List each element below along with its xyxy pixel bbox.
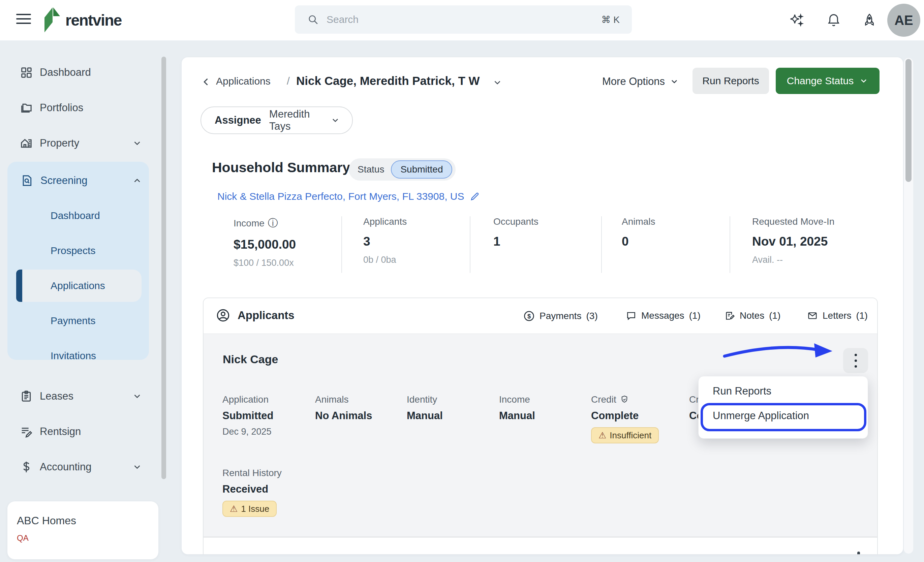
stat-occupants: Occupants 1: [494, 216, 538, 249]
sidebar-item-dashboard[interactable]: Dashboard: [0, 55, 158, 89]
chevron-down-icon: [859, 76, 868, 85]
sidebar-item-screening[interactable]: Screening: [8, 165, 149, 197]
tab-messages[interactable]: Messages (1): [626, 310, 700, 321]
more-options-button[interactable]: More Options: [602, 75, 679, 88]
main-content-card: Applications / Nick Cage, Meredith Patri…: [182, 57, 903, 554]
household-summary-title: Household Summary: [212, 160, 350, 175]
annotation-arrow: [709, 341, 837, 365]
tab-letters[interactable]: Letters (1): [807, 310, 868, 321]
applicant-kebab-menu-button[interactable]: [843, 348, 868, 373]
letters-envelope-icon: [807, 310, 818, 321]
stat-sub: Avail. --: [752, 255, 834, 265]
sidebar-item-screening-dashboard[interactable]: Dashboard: [8, 199, 149, 232]
tab-payments[interactable]: $ Payments (3): [524, 310, 598, 322]
sidebar-item-label: Rentsign: [40, 426, 81, 438]
divider: [601, 216, 602, 273]
property-house-icon: [20, 136, 33, 150]
organization-environment-tag: QA: [17, 534, 28, 543]
tab-label: Notes: [740, 310, 764, 321]
menu-item-run-reports[interactable]: Run Reports: [713, 385, 771, 397]
stat-label: Income: [234, 218, 264, 229]
notifications-bell-icon[interactable]: [826, 13, 841, 28]
sidebar-item-accounting[interactable]: Accounting: [0, 450, 158, 484]
chevron-down-icon: [670, 77, 679, 86]
stat-label: Requested Move-In: [752, 216, 834, 227]
sidebar-item-label: Applications: [51, 280, 105, 291]
sidebar-item-rentsign[interactable]: Rentsign: [0, 415, 158, 448]
breadcrumb-applications-link[interactable]: Applications: [216, 75, 271, 87]
top-header: rentvine Search ⌘ K AE: [0, 0, 924, 40]
sidebar-item-screening-applications[interactable]: Applications: [8, 270, 149, 302]
sidebar-item-portfolios[interactable]: Portfolios: [0, 91, 158, 125]
chevron-down-icon: [132, 138, 142, 148]
field-value: Received: [222, 483, 282, 495]
stat-value: 3: [363, 234, 407, 249]
address-text: Nick & Stella Pizza Perfecto, Fort Myers…: [218, 191, 464, 202]
folder-icon: [20, 101, 33, 115]
status-badge[interactable]: Submitted: [391, 160, 452, 178]
field-sub: Dec 9, 2025: [222, 427, 274, 437]
svg-text:$: $: [527, 313, 531, 320]
field-credit: Credit Complete ⚠ Insufficient: [591, 394, 659, 444]
organization-card[interactable]: [8, 501, 158, 559]
applicants-title: Applicants: [238, 309, 294, 322]
title-chevron-down-icon[interactable]: [492, 78, 502, 88]
change-status-button[interactable]: Change Status: [776, 68, 879, 94]
field-label: Credit: [591, 394, 616, 405]
stat-label: Animals: [622, 216, 656, 227]
sidebar-group-screening: Screening Dashboard Prospects Applicatio…: [8, 162, 149, 360]
status-group: Status Submitted: [349, 158, 456, 181]
field-value: Submitted: [222, 410, 274, 422]
assignee-dropdown[interactable]: Assignee Meredith Tays: [201, 106, 353, 134]
edit-pencil-icon[interactable]: [470, 191, 480, 202]
badge-label: Insufficient: [610, 430, 651, 441]
next-applicant-kebab-partial[interactable]: [857, 552, 860, 554]
stat-sub: 0b / 0ba: [363, 255, 407, 265]
applicants-title-group: Applicants: [216, 308, 294, 322]
field-income: Income Manual: [499, 394, 535, 422]
field-label: Rental History: [222, 468, 282, 478]
stat-label: Occupants: [494, 216, 538, 227]
stat-animals: Animals 0: [622, 216, 656, 249]
sidebar-item-label: Screening: [40, 175, 88, 187]
chevron-down-icon: [331, 115, 340, 125]
sparkles-icon[interactable]: [789, 13, 804, 28]
household-address-link[interactable]: Nick & Stella Pizza Perfecto, Fort Myers…: [218, 191, 480, 202]
sidebar-item-label: Leases: [40, 390, 74, 402]
rentvine-logo[interactable]: rentvine: [41, 5, 122, 36]
info-icon[interactable]: ⓘ: [268, 216, 278, 230]
field-rental-history: Rental History Received ⚠ 1 Issue: [222, 468, 282, 517]
rocket-icon[interactable]: [862, 13, 877, 28]
assignee-label: Assignee: [214, 114, 261, 126]
page-scrollbar-thumb[interactable]: [906, 59, 912, 182]
more-options-label: More Options: [602, 75, 665, 88]
back-chevron-icon[interactable]: [201, 76, 212, 88]
sidebar-item-screening-prospects[interactable]: Prospects: [8, 234, 149, 267]
hamburger-menu-icon[interactable]: [16, 14, 31, 27]
field-label: Application: [222, 394, 268, 405]
applicant-name: Nick Cage: [223, 353, 278, 366]
sidebar-item-screening-invitations[interactable]: Invitations: [8, 340, 149, 372]
sidebar-scrollbar[interactable]: [161, 57, 166, 479]
clipboard-icon: [20, 390, 33, 403]
menu-item-unmerge-application[interactable]: Unmerge Application: [713, 410, 809, 422]
stat-value: Nov 01, 2025: [752, 234, 834, 249]
status-label: Status: [357, 164, 384, 175]
stat-label: Applicants: [363, 216, 407, 227]
page-title: Nick Cage, Meredith Patrick, T W: [296, 74, 480, 88]
warning-icon: ⚠: [598, 430, 606, 441]
tab-notes[interactable]: Notes (1): [724, 310, 780, 321]
applicant-name-next: Meredith Patrick: [223, 553, 312, 554]
tab-label: Messages: [641, 310, 684, 321]
person-circle-icon: [216, 308, 230, 322]
run-reports-button[interactable]: Run Reports: [693, 68, 769, 94]
sidebar-item-leases[interactable]: Leases: [0, 379, 158, 413]
user-avatar[interactable]: AE: [887, 4, 920, 37]
search-placeholder: Search: [327, 14, 594, 25]
sidebar-item-screening-payments[interactable]: Payments: [8, 304, 149, 337]
sidebar-item-property[interactable]: Property: [0, 126, 158, 160]
field-value: Manual: [407, 410, 443, 422]
dollar-icon: [20, 460, 33, 474]
search-input[interactable]: Search ⌘ K: [295, 5, 632, 34]
stat-value: 1: [494, 234, 538, 249]
